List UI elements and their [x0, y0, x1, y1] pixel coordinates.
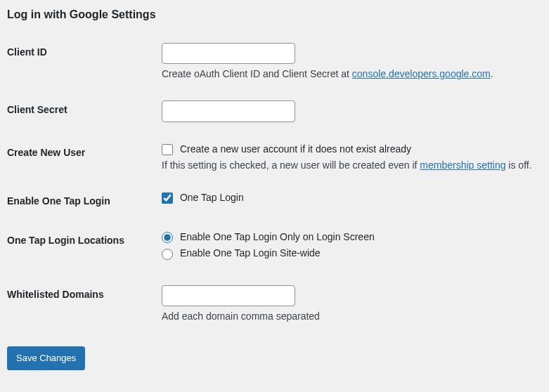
save-changes-button[interactable]: Save Changes: [7, 346, 85, 370]
one-tap-location-sitewide-radio[interactable]: [162, 249, 173, 260]
client-secret-label: Client Secret: [7, 90, 162, 132]
create-user-help: If this setting is checked, a new user w…: [162, 159, 535, 171]
one-tap-location-login-only-text: Enable One Tap Login Only on Login Scree…: [180, 231, 375, 242]
client-id-input[interactable]: [162, 43, 295, 64]
whitelisted-help: Add each domain comma separated: [162, 311, 535, 322]
one-tap-location-sitewide-label[interactable]: Enable One Tap Login Site-wide: [162, 247, 535, 259]
create-user-label: Create New User: [7, 133, 162, 181]
client-id-label: Client ID: [7, 32, 162, 90]
one-tap-checkbox-label[interactable]: One Tap Login: [162, 192, 244, 203]
client-id-help-suffix: .: [491, 68, 493, 79]
whitelisted-input[interactable]: [162, 285, 295, 306]
one-tap-location-sitewide-text: Enable One Tap Login Site-wide: [180, 247, 321, 259]
settings-table: Client ID Create oAuth Client ID and Cli…: [7, 32, 542, 332]
developers-console-link[interactable]: console.developers.google.com: [352, 68, 491, 79]
create-user-checkbox-label[interactable]: Create a new user account if it does not…: [162, 143, 411, 155]
create-user-help-prefix: If this setting is checked, a new user w…: [162, 159, 420, 171]
one-tap-checkbox[interactable]: [162, 192, 173, 204]
client-secret-input[interactable]: [162, 100, 295, 122]
create-user-checkbox-text: Create a new user account if it does not…: [180, 143, 411, 155]
create-user-help-suffix: is off.: [505, 159, 531, 171]
client-id-help-prefix: Create oAuth Client ID and Client Secret…: [162, 68, 352, 79]
one-tap-location-login-only-radio[interactable]: [162, 232, 173, 243]
one-tap-locations-label: One Tap Login Locations: [7, 221, 162, 275]
one-tap-checkbox-text: One Tap Login: [180, 192, 244, 203]
membership-setting-link[interactable]: membership setting: [420, 159, 505, 171]
page-title: Log in with Google Settings: [7, 8, 542, 21]
client-id-help: Create oAuth Client ID and Client Secret…: [162, 68, 535, 79]
one-tap-label: Enable One Tap Login: [7, 181, 162, 221]
create-user-checkbox[interactable]: [162, 144, 173, 155]
one-tap-location-login-only-label[interactable]: Enable One Tap Login Only on Login Scree…: [162, 231, 535, 243]
whitelisted-label: Whitelisted Domains: [7, 275, 162, 332]
